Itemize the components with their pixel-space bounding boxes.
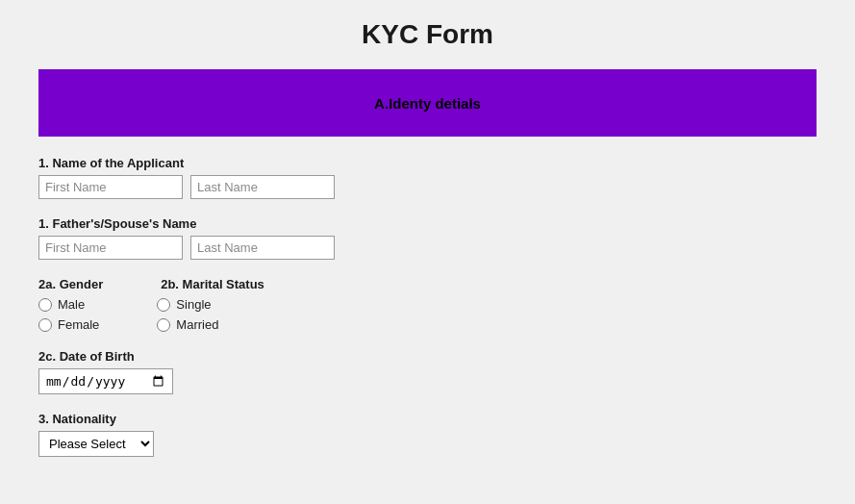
marital-married-label: Married bbox=[176, 317, 218, 332]
marital-married-option[interactable]: Married bbox=[157, 317, 218, 332]
dob-label: 2c. Date of Birth bbox=[38, 349, 817, 364]
applicant-name-section: 1. Name of the Applicant bbox=[38, 156, 817, 199]
father-spouse-first-name-input[interactable] bbox=[38, 236, 183, 260]
dob-section: 2c. Date of Birth bbox=[38, 349, 817, 394]
gender-female-radio[interactable] bbox=[38, 318, 52, 332]
gender-marital-section: 2a. Gender 2b. Marital Status Male Femal… bbox=[38, 277, 817, 332]
gender-label: 2a. Gender bbox=[38, 277, 103, 291]
father-spouse-name-label: 1. Father's/Spouse's Name bbox=[38, 216, 817, 231]
father-spouse-last-name-input[interactable] bbox=[190, 236, 335, 260]
marital-married-radio[interactable] bbox=[157, 318, 170, 332]
applicant-last-name-input[interactable] bbox=[190, 175, 335, 199]
applicant-first-name-input[interactable] bbox=[38, 175, 183, 199]
gender-male-label: Male bbox=[58, 297, 85, 312]
applicant-name-label: 1. Name of the Applicant bbox=[38, 156, 817, 170]
section-header: A.Identy detials bbox=[38, 69, 817, 137]
gender-radio-group: Male Female bbox=[38, 297, 99, 332]
marital-status-radio-group: Single Married bbox=[157, 297, 218, 332]
nationality-section: 3. Nationality Please Select bbox=[38, 412, 817, 457]
nationality-select[interactable]: Please Select bbox=[38, 431, 154, 457]
nationality-label: 3. Nationality bbox=[38, 412, 817, 426]
marital-single-option[interactable]: Single bbox=[157, 297, 218, 312]
father-spouse-name-inputs bbox=[38, 236, 817, 260]
gender-male-radio[interactable] bbox=[38, 298, 52, 312]
page-title: KYC Form bbox=[38, 19, 817, 50]
marital-single-label: Single bbox=[176, 297, 211, 312]
marital-status-label: 2b. Marital Status bbox=[161, 277, 264, 291]
gender-marital-labels: 2a. Gender 2b. Marital Status bbox=[38, 277, 817, 291]
gender-female-label: Female bbox=[58, 317, 99, 332]
gender-marital-container: Male Female Single Married bbox=[38, 297, 817, 332]
gender-female-option[interactable]: Female bbox=[38, 317, 99, 332]
dob-input[interactable] bbox=[38, 368, 173, 394]
marital-single-radio[interactable] bbox=[157, 298, 170, 312]
father-spouse-name-section: 1. Father's/Spouse's Name bbox=[38, 216, 817, 260]
section-header-text: A.Identy detials bbox=[374, 95, 481, 112]
gender-male-option[interactable]: Male bbox=[38, 297, 99, 312]
applicant-name-inputs bbox=[38, 175, 817, 199]
